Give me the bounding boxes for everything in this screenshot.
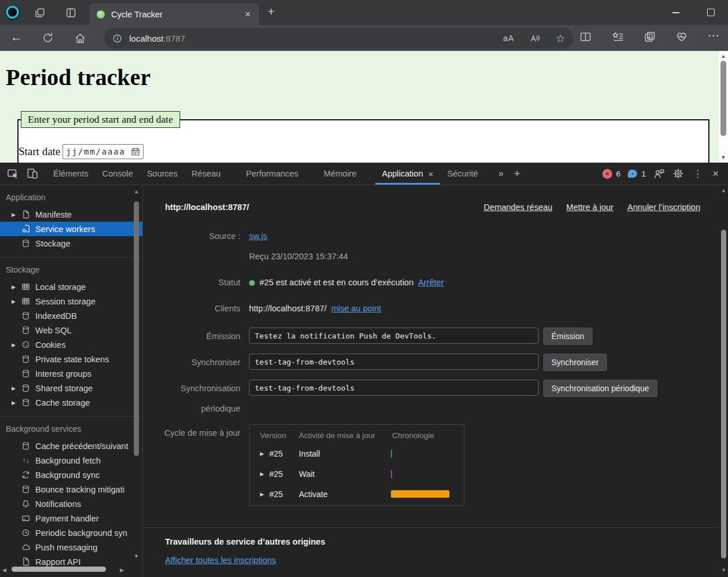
source-file-link[interactable]: sw.js <box>249 231 267 241</box>
edge-logo-icon[interactable] <box>5 5 20 20</box>
sidebar-item-bounce-tracking[interactable]: Bounce tracking mitigati <box>0 482 142 497</box>
sidebar-item-manifest[interactable]: ▶ Manifeste <box>0 207 142 222</box>
issues-icon[interactable]: ▪ <box>628 170 637 178</box>
push-input[interactable] <box>249 328 539 344</box>
window-maximize-button[interactable] <box>707 9 715 16</box>
sidebar-scrollbar-thumb[interactable] <box>134 201 139 456</box>
tree-collapsed-icon[interactable]: ▶ <box>12 400 21 406</box>
row-expand-icon[interactable]: ▶ <box>260 491 269 497</box>
tab-elements[interactable]: Éléments <box>46 163 95 185</box>
browser-tab[interactable]: Cycle Tracker × <box>90 3 259 25</box>
sidebar-item-shared-storage[interactable]: ▶ Shared storage <box>0 381 142 395</box>
sidebar-item-notifications[interactable]: Notifications <box>0 497 142 511</box>
tree-collapsed-icon[interactable]: ▶ <box>12 212 21 218</box>
devtools-menu-icon[interactable]: ⋮ <box>692 168 704 180</box>
page-scrollbar-thumb[interactable] <box>720 61 726 136</box>
sidebar-item-storage-top[interactable]: Stockage <box>0 236 142 251</box>
panel-scrollbar[interactable]: ▲ ▼ <box>719 185 728 577</box>
tab-application-close-icon[interactable]: × <box>428 169 433 179</box>
tree-collapsed-icon[interactable]: ▶ <box>12 299 21 304</box>
start-date-input[interactable]: jj/mm/aaaa <box>63 144 144 159</box>
address-bar[interactable]: localhost:8787 aA ☆ <box>104 28 573 49</box>
periodic-sync-button[interactable]: Synchronisation périodique <box>543 380 657 397</box>
sidebar-item-background-fetch[interactable]: ↑↓ Background fetch <box>0 453 142 468</box>
update-link[interactable]: Mettre à jour <box>566 203 613 212</box>
sidebar-item-back-forward-cache[interactable]: Cache précédent/suivant <box>0 439 142 453</box>
periodic-sync-input[interactable] <box>249 380 539 396</box>
new-tab-button[interactable]: + <box>268 5 275 19</box>
stop-link[interactable]: Arrêter <box>418 278 444 287</box>
tree-collapsed-icon[interactable]: ▶ <box>12 342 21 348</box>
sidebar-item-service-workers[interactable]: Service workers <box>0 222 142 236</box>
refresh-button[interactable] <box>42 32 54 44</box>
sidebar-item-web-sql[interactable]: Web SQL <box>0 323 142 337</box>
sidebar-item-private-state-tokens[interactable]: Private state tokens <box>0 352 142 366</box>
sidebar-item-interest-groups[interactable]: Interest groups <box>0 366 142 381</box>
sidebar-item-payment-handler[interactable]: Payment handler <box>0 511 142 525</box>
sidebar-horizontal-thumb[interactable] <box>12 567 106 572</box>
tab-performance[interactable]: Performances <box>239 163 305 185</box>
back-button[interactable]: ← <box>10 31 23 43</box>
feedback-icon[interactable] <box>653 168 665 179</box>
sidebar-item-background-sync[interactable]: Background sync <box>0 468 142 482</box>
tab-application[interactable]: Application× <box>375 163 441 185</box>
calendar-icon[interactable] <box>131 147 140 156</box>
settings-menu-icon[interactable]: ⋯ <box>708 30 719 42</box>
page-scrollbar[interactable]: ▲ ▼ <box>719 51 728 163</box>
sidebar-scroll-left-icon[interactable]: ◀ <box>2 567 6 573</box>
more-tabs-icon[interactable]: » <box>493 168 508 179</box>
sidebar-scroll-down-icon[interactable]: ▼ <box>132 553 141 559</box>
tab-sources[interactable]: Sources <box>140 163 185 185</box>
devtools-settings-icon[interactable] <box>672 168 684 179</box>
tab-security[interactable]: Sécurité <box>440 163 485 185</box>
read-aloud-icon[interactable] <box>529 33 540 44</box>
tab-console[interactable]: Console <box>95 163 140 185</box>
device-toolbar-icon[interactable] <box>27 168 38 179</box>
tree-collapsed-icon[interactable]: ▶ <box>12 385 21 391</box>
sidebar-item-periodic-background-sync[interactable]: Periodic background syn <box>0 525 142 540</box>
row-expand-icon[interactable]: ▶ <box>260 451 269 457</box>
show-all-registrations-link[interactable]: Afficher toutes les inscriptions <box>165 556 276 565</box>
favorites-icon[interactable] <box>612 31 624 43</box>
sync-button[interactable]: Synchroniser <box>543 354 607 371</box>
devtools-close-icon[interactable]: × <box>711 167 720 180</box>
sidebar-item-session-storage[interactable]: ▶ Session storage <box>0 294 142 308</box>
site-info-icon[interactable] <box>112 34 122 43</box>
panel-scrollbar-thumb[interactable] <box>721 230 726 558</box>
browser-essentials-icon[interactable] <box>675 31 688 43</box>
unregister-link[interactable]: Annuler l’inscription <box>627 203 700 212</box>
tab-actions-icon[interactable] <box>65 7 77 19</box>
panel-scroll-up-icon[interactable]: ▲ <box>719 188 728 193</box>
scroll-down-icon[interactable]: ▼ <box>719 155 728 160</box>
sidebar-scroll-right-icon[interactable]: ▶ <box>120 567 124 573</box>
workspaces-icon[interactable] <box>34 7 46 19</box>
sidebar-horizontal-scrollbar[interactable]: ◀ ▶ <box>0 564 132 577</box>
tab-memory[interactable]: Mémoire <box>317 163 363 185</box>
split-screen-icon[interactable] <box>579 31 592 43</box>
row-expand-icon[interactable]: ▶ <box>260 471 269 477</box>
tab-network[interactable]: Réseau <box>185 163 228 185</box>
network-requests-link[interactable]: Demandes réseau <box>484 203 553 212</box>
sidebar-item-cookies[interactable]: ▶ Cookies <box>0 337 142 352</box>
sync-input[interactable] <box>249 354 539 370</box>
error-count[interactable]: 6 <box>616 170 621 178</box>
window-minimize-button[interactable] <box>672 12 679 13</box>
sidebar-item-cache-storage[interactable]: ▶ Cache storage <box>0 395 142 410</box>
focus-link[interactable]: mise au point <box>331 304 381 313</box>
inspect-element-icon[interactable] <box>7 168 19 179</box>
error-count-icon[interactable]: × <box>602 169 612 179</box>
sidebar-item-push-messaging[interactable]: Push messaging <box>0 540 142 554</box>
home-button[interactable] <box>74 32 86 44</box>
push-button[interactable]: Émission <box>543 328 592 345</box>
collections-icon[interactable] <box>643 31 656 43</box>
tab-close-icon[interactable]: × <box>244 9 252 19</box>
add-panel-icon[interactable]: + <box>508 167 525 180</box>
issues-count[interactable]: 1 <box>641 170 646 178</box>
scroll-up-icon[interactable]: ▲ <box>719 53 728 59</box>
favorite-star-icon[interactable]: ☆ <box>555 32 565 45</box>
sidebar-scroll-up-icon[interactable]: ▲ <box>132 189 141 194</box>
sidebar-item-local-storage[interactable]: ▶ Local storage <box>0 280 142 294</box>
translate-icon[interactable]: aA <box>503 34 514 43</box>
panel-scroll-down-icon[interactable]: ▼ <box>719 567 728 573</box>
tree-collapsed-icon[interactable]: ▶ <box>12 284 21 290</box>
